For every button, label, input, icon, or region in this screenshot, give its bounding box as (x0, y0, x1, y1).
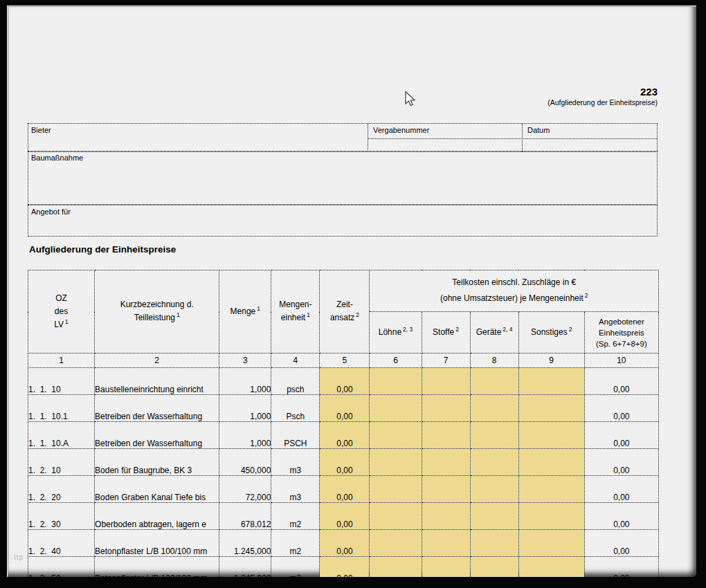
cell-einheitspreis: 0,00 (584, 503, 658, 530)
cell-sonstiges-input[interactable] (518, 476, 584, 503)
cell-einheitspreis: 0,00 (584, 530, 658, 557)
datum-label: Datum (525, 124, 550, 135)
cell-sonstiges-input[interactable] (518, 557, 584, 578)
cell-oz: 1. 1. 10.A (28, 422, 95, 449)
cell-mengeneinheit: m3 (271, 476, 320, 503)
vergabenummer-label: Vergabenummer (370, 124, 429, 135)
cell-geraete-input[interactable] (470, 530, 518, 557)
cell-einheitspreis: 0,00 (584, 422, 658, 449)
header-text: Einheitspreis (599, 329, 644, 337)
meta-divider (368, 138, 657, 139)
table-row: 1. 2. 20 Boden Graben Kanal Tiefe bis 72… (28, 476, 659, 503)
cell-zeitansatz-input[interactable]: 0,00 (320, 476, 370, 503)
cell-loehne-input[interactable] (370, 368, 422, 395)
table-row: 1. 2. 30 Oberboden abtragen, lagern e 67… (28, 503, 659, 530)
cell-menge: 1,000 (219, 395, 271, 422)
cell-oz: 1. 2. 20 (28, 476, 95, 503)
form-page: ttp 223 (Aufgliederung der Einheitspreis… (7, 6, 696, 577)
datum-field[interactable] (523, 138, 657, 151)
cell-stoffe-input[interactable] (422, 368, 470, 395)
baumassnahme-field[interactable]: Baumaßnahme (28, 151, 658, 205)
header-text: ansatz (330, 313, 354, 322)
col-number: 2 (95, 353, 219, 368)
cell-geraete-input[interactable] (470, 557, 518, 578)
cell-mengeneinheit: m2 (271, 503, 320, 530)
mouse-cursor-icon (402, 91, 419, 111)
col-header-sonstiges: Sonstiges2 (518, 312, 584, 353)
cell-kurzbezeichnung: Betreiben der Wasserhaltung (95, 422, 219, 449)
cell-geraete-input[interactable] (470, 422, 518, 449)
cell-stoffe-input[interactable] (422, 395, 470, 422)
vergabenummer-field[interactable] (368, 138, 522, 151)
cell-zeitansatz-input[interactable]: 0,00 (320, 503, 370, 530)
cell-loehne-input[interactable] (370, 449, 422, 476)
cell-menge: 678,012 (219, 503, 271, 530)
col-header-loehne: Löhne2, 3 (370, 312, 422, 353)
col-header-geraete: Geräte2, 4 (470, 312, 518, 353)
cell-oz: 1. 2. 30 (28, 503, 95, 530)
cell-sonstiges-input[interactable] (518, 422, 584, 449)
cell-oz: 1. 2. 10 (28, 449, 95, 476)
baumassnahme-label: Baumaßnahme (28, 151, 657, 163)
cell-sonstiges-input[interactable] (518, 530, 584, 557)
cell-zeitansatz-input[interactable]: 0,00 (320, 395, 370, 422)
col-number: 3 (219, 353, 271, 368)
cell-zeitansatz-input[interactable]: 0,00 (320, 368, 370, 395)
cell-zeitansatz-input[interactable]: 0,00 (320, 530, 370, 557)
cell-mengeneinheit: psch (271, 368, 320, 395)
meta-box: Bieter Vergabenummer Datum (28, 123, 658, 152)
cell-stoffe-input[interactable] (422, 503, 470, 530)
header-text: Teilleistung (134, 313, 175, 322)
cell-sonstiges-input[interactable] (518, 395, 584, 422)
angebot-fuer-field[interactable]: Angebot für (28, 205, 658, 237)
cell-geraete-input[interactable] (470, 503, 518, 530)
col-header-kurzbezeichnung: Kurzbezeichnung d. Teilleistung1 (95, 270, 219, 353)
header-text: Sonstiges (531, 327, 568, 337)
col-header-zeitansatz: Zeit- ansatz2 (320, 270, 370, 353)
cell-einheitspreis: 0,00 (584, 368, 658, 395)
table-row: 1. 2. 10 Boden für Baugrube, BK 3 450,00… (28, 449, 659, 476)
col-header-mengeneinheit: Mengen- einheit1 (271, 270, 320, 353)
col-header-oz: OZ des LV1 (28, 270, 95, 353)
cell-stoffe-input[interactable] (422, 422, 470, 449)
cell-loehne-input[interactable] (370, 395, 422, 422)
bieter-field[interactable] (28, 124, 368, 151)
cell-zeitansatz-input[interactable]: 0,00 (320, 422, 370, 449)
cell-oz: 1. 1. 10 (28, 368, 95, 395)
cell-menge: 1.245,000 (219, 530, 271, 557)
cell-stoffe-input[interactable] (422, 476, 470, 503)
cell-kurzbezeichnung: Oberboden abtragen, lagern e (95, 503, 219, 530)
cell-geraete-input[interactable] (470, 395, 518, 422)
cell-menge: 72,000 (219, 476, 271, 503)
group-header-teilkosten: Teilkosten einschl. Zuschläge in € (ohne… (370, 270, 659, 312)
header-text: LV (54, 320, 64, 329)
cell-stoffe-input[interactable] (422, 449, 470, 476)
cell-loehne-input[interactable] (370, 557, 422, 578)
header-text: des (55, 306, 68, 316)
cell-sonstiges-input[interactable] (518, 368, 584, 395)
cell-sonstiges-input[interactable] (518, 449, 584, 476)
footnote-sup: 2, 3 (403, 326, 413, 333)
section-title: Aufgliederung der Einheitspreise (29, 244, 176, 255)
header-text: Stoffe (433, 327, 454, 337)
form-subtitle: (Aufgliederung der Einheitspreise) (547, 98, 658, 107)
cell-loehne-input[interactable] (370, 503, 422, 530)
col-number: 8 (470, 353, 518, 368)
col-number: 4 (271, 353, 320, 368)
cell-zeitansatz-input[interactable]: 0,00 (320, 449, 370, 476)
cell-mengeneinheit: m2 (271, 557, 320, 578)
cell-loehne-input[interactable] (370, 476, 422, 503)
footnote-sup: 2 (569, 326, 572, 333)
footnote-sup: 2 (356, 311, 359, 318)
cell-loehne-input[interactable] (370, 422, 422, 449)
cell-mengeneinheit: PSCH (271, 422, 320, 449)
cell-zeitansatz-input[interactable]: 0,00 (320, 557, 370, 578)
cell-stoffe-input[interactable] (422, 530, 470, 557)
cell-geraete-input[interactable] (470, 476, 518, 503)
cell-geraete-input[interactable] (470, 368, 518, 395)
header-text: (ohne Umsatzsteuer) je Mengeneinheit (440, 293, 583, 303)
cell-sonstiges-input[interactable] (518, 503, 584, 530)
cell-stoffe-input[interactable] (422, 557, 470, 578)
cell-geraete-input[interactable] (470, 449, 518, 476)
cell-loehne-input[interactable] (370, 530, 422, 557)
